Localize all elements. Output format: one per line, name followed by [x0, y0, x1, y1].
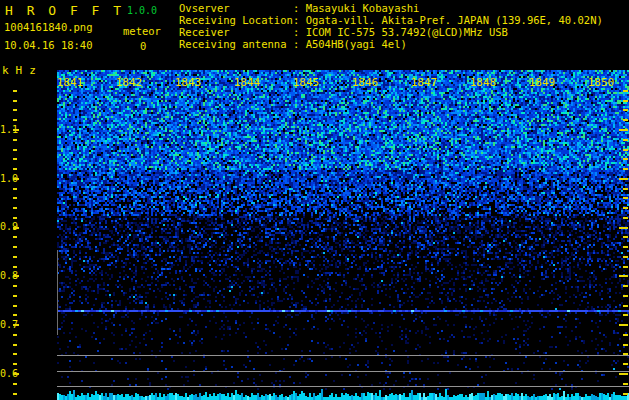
major-tick [13, 227, 19, 229]
minor-tick [623, 149, 628, 151]
minor-tick [13, 100, 17, 102]
info-value: Masayuki Kobayashi [306, 2, 420, 14]
minor-tick [623, 353, 628, 355]
app-version: 1.0.0 [127, 5, 157, 16]
info-separator: : [293, 2, 306, 14]
major-tick [13, 275, 19, 277]
minor-tick [623, 236, 628, 238]
y-axis-unit-label: kHz [2, 64, 43, 77]
minor-tick [623, 90, 628, 92]
info-label: Receiving Location [179, 14, 293, 26]
minor-tick [623, 119, 628, 121]
time-label: 1847 [411, 76, 438, 89]
info-separator: : [293, 26, 306, 38]
spectrogram-canvas [57, 70, 629, 400]
minor-tick [13, 139, 17, 141]
minor-tick [13, 207, 17, 209]
major-tick [13, 178, 19, 180]
minor-tick [623, 188, 628, 190]
info-value: A504HB(yagi 4el) [306, 38, 407, 50]
time-label: 1848 [470, 76, 497, 89]
minor-tick [13, 236, 17, 238]
minor-tick [13, 393, 17, 395]
minor-tick [13, 158, 17, 160]
minor-tick [623, 139, 628, 141]
minor-tick [13, 119, 17, 121]
info-row-receiver: Receiver: ICOM IC-575 53.7492(@LCD)MHz U… [179, 26, 603, 38]
minor-tick [623, 168, 628, 170]
minor-tick [623, 314, 628, 316]
time-label: 1845 [293, 76, 320, 89]
major-tick [619, 275, 628, 277]
observation-datetime: 10.04.16 18:40 [4, 39, 93, 51]
info-row-location: Receiving Location: Ogata-vill. Akita-Pr… [179, 14, 603, 26]
minor-tick [13, 285, 17, 287]
minor-tick [623, 256, 628, 258]
time-label: 1846 [352, 76, 379, 89]
minor-tick [623, 197, 628, 199]
minor-tick [623, 266, 628, 268]
time-label: 1849 [529, 76, 556, 89]
minor-tick [13, 353, 17, 355]
info-row-antenna: Receiving antenna: A504HB(yagi 4el) [179, 38, 603, 50]
minor-tick [13, 256, 17, 258]
major-tick [619, 324, 628, 326]
meteor-count-value: 0 [140, 40, 146, 52]
file-name: 1004161840.png [4, 21, 93, 33]
minor-tick [623, 344, 628, 346]
minor-tick [623, 217, 628, 219]
minor-tick [623, 100, 628, 102]
minor-tick [623, 305, 628, 307]
minor-tick [623, 285, 628, 287]
major-tick [13, 373, 19, 375]
minor-tick [623, 158, 628, 160]
minor-tick [13, 266, 17, 268]
minor-tick [623, 295, 628, 297]
minor-tick [13, 314, 17, 316]
time-label: 1843 [175, 76, 202, 89]
minor-tick [13, 197, 17, 199]
info-value: ICOM IC-575 53.7492(@LCD)MHz USB [306, 26, 508, 38]
major-tick [13, 129, 19, 131]
minor-tick [13, 188, 17, 190]
info-separator: : [293, 14, 306, 26]
info-label: Receiving antenna [179, 38, 293, 50]
minor-tick [13, 246, 17, 248]
minor-tick [623, 393, 628, 395]
time-label: 1842 [116, 76, 143, 89]
info-label: Ovserver [179, 2, 293, 14]
minor-tick [13, 217, 17, 219]
time-label: 1841 [57, 76, 84, 89]
minor-tick [623, 363, 628, 365]
time-label: 1844 [234, 76, 261, 89]
minor-tick [623, 207, 628, 209]
minor-tick [13, 305, 17, 307]
minor-tick [13, 109, 17, 111]
hrofft-output: H R O F F T 1.0.0 1004161840.png meteor … [0, 0, 629, 400]
info-row-observer: Ovserver: Masayuki Kobayashi [179, 2, 603, 14]
minor-tick [13, 363, 17, 365]
app-title: H R O F F T [5, 3, 124, 18]
minor-tick [13, 168, 17, 170]
info-label: Receiver [179, 26, 293, 38]
minor-tick [623, 246, 628, 248]
major-tick [619, 373, 628, 375]
major-tick [619, 178, 628, 180]
time-label: 1850 [588, 76, 615, 89]
minor-tick [13, 90, 17, 92]
minor-tick [13, 334, 17, 336]
minor-tick [13, 295, 17, 297]
meteor-count-label: meteor [123, 25, 161, 37]
info-value: Ogata-vill. Akita-Pref. JAPAN (139.96E, … [306, 14, 603, 26]
major-tick [619, 129, 628, 131]
station-info: Ovserver: Masayuki Kobayashi Receiving L… [179, 2, 603, 50]
minor-tick [623, 383, 628, 385]
major-tick [619, 227, 628, 229]
minor-tick [623, 334, 628, 336]
minor-tick [13, 344, 17, 346]
minor-tick [13, 383, 17, 385]
major-tick [13, 324, 19, 326]
minor-tick [13, 149, 17, 151]
info-separator: : [293, 38, 306, 50]
minor-tick [623, 109, 628, 111]
